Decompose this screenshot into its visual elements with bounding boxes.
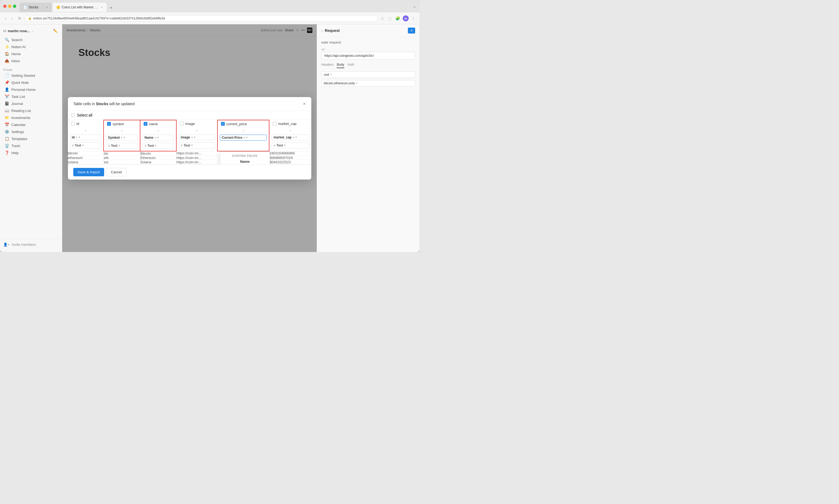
col-id-type-select[interactable]: ≡ Text ▾ (70, 143, 102, 148)
col-symbol-field-value: Symbol (108, 136, 120, 140)
sidebar-item-reading-list[interactable]: 📖 Reading List (1, 107, 61, 114)
tab-coins[interactable]: 🪙 Coins List with Market Data × (52, 3, 107, 12)
col-current-price-field-chevron[interactable]: ▾ (246, 136, 248, 139)
save-import-button[interactable]: Save & Import (73, 168, 104, 176)
col-current-price-field-select[interactable]: Current Price × ▾ (220, 134, 267, 141)
menu-button[interactable]: ⋮ (410, 15, 416, 22)
dropdown-existing-title: EXISTING FIELDS (220, 153, 270, 158)
sidebar-item-home[interactable]: 🏠 Home (1, 51, 61, 57)
sidebar-item-quick-note[interactable]: 📌 Quick Note (1, 79, 61, 86)
sidebar-item-inbox[interactable]: 📥 Inbox (1, 58, 61, 64)
tab-expand-icon[interactable]: ⌄ (413, 4, 416, 11)
select-all-label: Select all (77, 113, 92, 118)
col-market-cap-checkbox[interactable] (273, 122, 276, 125)
sidebar-item-journal[interactable]: 📓 Journal (1, 100, 61, 107)
close-traffic-light[interactable] (3, 5, 6, 8)
user-avatar[interactable]: m (403, 15, 409, 21)
dropdown-item-name[interactable]: Name (220, 158, 270, 164)
col-name-field-select[interactable]: Name × ▾ (143, 134, 174, 141)
cell-name-solana: Solana (140, 160, 176, 164)
tab-stocks[interactable]: 📄 Stocks × (19, 3, 52, 12)
col-symbol-field-chevron[interactable]: ▾ (124, 136, 125, 139)
ai-icon: ✨ (4, 44, 9, 49)
select-all-checkbox[interactable] (71, 113, 75, 117)
sidebar-item-personal-home[interactable]: 👤 Personal Home (1, 86, 61, 93)
sidebar-item-settings[interactable]: ⚙️ Settings (1, 128, 61, 135)
cell-name-ethereum: Ethereum (140, 156, 176, 160)
col-market-cap-field-select[interactable]: market_cap × ▾ (271, 134, 309, 140)
sidebar-item-notion-ai[interactable]: ✨ Notion AI (1, 43, 61, 50)
back-button[interactable]: ‹ (3, 15, 8, 22)
col-name-type-chevron[interactable]: ▾ (155, 144, 156, 147)
cell-image-bitcoin: https://coin-im... (176, 151, 217, 156)
cancel-button[interactable]: Cancel (106, 168, 126, 176)
screenshot-button[interactable]: ⬚ (387, 15, 393, 22)
col-id-field-chevron[interactable]: ▾ (79, 136, 80, 139)
table-row-ethereum: ethereum eth Ethereum https://coin-im...… (68, 156, 311, 160)
col-symbol-checkbox[interactable]: ✓ (107, 122, 111, 126)
col-market-cap-type-select[interactable]: ≡ Text ▾ (271, 143, 309, 148)
url-field[interactable]: https://api.coingecko.com/api/v3/ci (321, 52, 415, 59)
select-all-row: Select all (68, 111, 311, 120)
col-id-field: id × ▾ (68, 133, 104, 141)
address-bar[interactable]: 🔒 notion.so/75124d9ee6054e648ead801aa414… (25, 15, 378, 22)
invite-members-button[interactable]: 👤+ Invite members (3, 241, 59, 248)
sidebar-item-trash[interactable]: 🗑️ Trash (1, 143, 61, 149)
sidebar-item-help[interactable]: ❓ Help (1, 149, 61, 156)
panel-tab-headers[interactable]: Headers (321, 62, 334, 68)
new-page-button[interactable]: ✏️ (52, 28, 59, 34)
sidebar-item-templates[interactable]: 📋 Templates (1, 136, 61, 142)
bookmark-button[interactable]: ☆ (380, 15, 386, 22)
col-image-field-select[interactable]: image × ▾ (179, 134, 215, 140)
body-field-usd-remove[interactable]: × (330, 73, 332, 76)
col-market-cap-field-clear[interactable]: × (293, 136, 294, 139)
new-tab-button[interactable]: + (107, 4, 115, 12)
forward-button[interactable]: › (10, 15, 15, 22)
col-name-field-clear[interactable]: × (155, 136, 156, 139)
col-id-type-chevron[interactable]: ▾ (82, 144, 84, 147)
col-current-price-checkbox[interactable]: ✓ (221, 122, 225, 126)
col-name-type-select[interactable]: ≡ Text ▾ (143, 143, 174, 149)
maximize-traffic-light[interactable] (13, 5, 16, 8)
reload-button[interactable]: ↻ (17, 15, 23, 22)
table-header-row: id ↓ id × ▾ (68, 120, 311, 151)
col-image-checkbox[interactable] (180, 122, 184, 125)
col-market-cap-field-chevron[interactable]: ▾ (296, 136, 297, 139)
col-image-type-select[interactable]: ≡ Text ▾ (179, 143, 215, 148)
body-field-coins-remove[interactable]: × (356, 82, 358, 85)
panel-menu-button[interactable]: ≡ (408, 28, 415, 34)
col-name-field-chevron[interactable]: ▾ (157, 136, 159, 139)
tab-coins-close[interactable]: × (101, 6, 103, 9)
col-symbol-type-chevron[interactable]: ▾ (119, 144, 120, 147)
url-label: url (321, 48, 415, 51)
col-id-field-select[interactable]: id × ▾ (70, 134, 102, 140)
person-icon: 👤 (4, 87, 9, 92)
sidebar-item-search[interactable]: 🔍 Search (1, 36, 61, 43)
col-id-field-clear[interactable]: × (76, 136, 77, 139)
sidebar-item-investments[interactable]: 📁 Investments (1, 114, 61, 121)
col-id-type: Text (75, 144, 82, 147)
col-image-field-clear[interactable]: × (191, 136, 193, 139)
extensions-button[interactable]: 🧩 (394, 15, 401, 22)
panel-tab-body[interactable]: Body (337, 62, 344, 68)
col-name-checkbox[interactable]: ✓ (144, 122, 147, 126)
modal-close-button[interactable]: × (303, 102, 306, 106)
sidebar-item-calendar[interactable]: 📅 Calendar (1, 121, 61, 128)
sidebar-item-trash-label: Trash (11, 144, 20, 148)
panel-collapse-button[interactable]: ‹ (321, 29, 323, 33)
sidebar-item-getting-started[interactable]: 📄 Getting Started (1, 72, 61, 79)
col-id-checkbox[interactable] (71, 122, 75, 125)
col-symbol-type-select[interactable]: ≡ Text ▾ (106, 143, 138, 149)
col-symbol-field-select[interactable]: Symbol × ▾ (106, 134, 138, 141)
tab-stocks-close[interactable]: × (47, 6, 48, 9)
panel-tab-auth[interactable]: Auth (347, 62, 354, 68)
col-symbol-field-clear[interactable]: × (121, 136, 123, 139)
col-current-price-field-clear[interactable]: × (244, 136, 245, 139)
cell-symbol-solana: sol (104, 160, 140, 164)
col-image-type-chevron[interactable]: ▾ (191, 144, 193, 147)
minimize-traffic-light[interactable] (8, 5, 11, 8)
sidebar-item-task-list[interactable]: ✂️ Task List (1, 93, 61, 100)
col-market-cap-type-chevron[interactable]: ▾ (284, 144, 285, 147)
sidebar-item-task-list-label: Task List (11, 95, 25, 99)
col-image-field-chevron[interactable]: ▾ (194, 136, 195, 139)
